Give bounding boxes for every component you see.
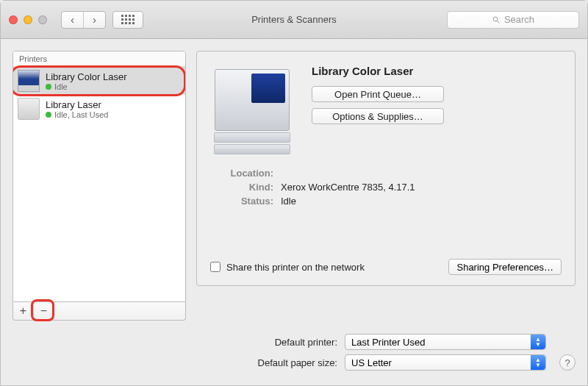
kind-value: Xerox WorkCentre 7835, 4.17.1: [281, 182, 415, 193]
printer-row-text: Library Laser Idle, Last Used: [46, 99, 108, 119]
default-paper-label: Default paper size:: [258, 357, 337, 368]
status-value: Idle: [281, 196, 296, 207]
printer-row[interactable]: Library Laser Idle, Last Used: [13, 95, 185, 123]
printer-thumb-icon: [18, 70, 40, 92]
options-supplies-button[interactable]: Options & Supplies…: [312, 108, 444, 124]
kv-status: Status: Idle: [210, 196, 562, 207]
remove-printer-button[interactable]: −: [34, 302, 54, 320]
status-label: Status:: [210, 196, 273, 207]
content: Printers Library Color Laser Idle: [1, 39, 587, 326]
share-printer-label: Share this printer on the network: [226, 262, 365, 273]
default-printer-row: Default printer: Last Printer Used ▲▼: [12, 334, 576, 350]
nav-forward-button[interactable]: ›: [84, 12, 105, 28]
printer-name: Library Laser: [46, 99, 108, 110]
printer-status-text: Idle, Last Used: [54, 110, 108, 119]
svg-line-1: [497, 21, 499, 23]
zoom-window-button[interactable]: [38, 15, 47, 24]
close-window-button[interactable]: [9, 15, 18, 24]
kv-kind: Kind: Xerox WorkCentre 7835, 4.17.1: [210, 182, 562, 193]
share-printer-checkbox[interactable]: [210, 262, 220, 272]
add-printer-button[interactable]: +: [13, 302, 34, 320]
details-top: Library Color Laser Open Print Queue… Op…: [210, 65, 562, 160]
details-info: Location: Kind: Xerox WorkCentre 7835, 4…: [210, 165, 562, 210]
printer-thumb-icon: [18, 98, 40, 120]
add-remove-bar: + −: [12, 302, 186, 321]
printer-status: Idle: [46, 82, 127, 91]
printer-status-text: Idle: [54, 82, 68, 91]
details-actions: Library Color Laser Open Print Queue… Op…: [312, 65, 562, 160]
status-dot-icon: [46, 84, 51, 90]
svg-point-0: [493, 17, 498, 21]
default-printer-value: Last Printer Used: [351, 337, 425, 348]
location-label: Location:: [210, 168, 273, 179]
printers-list-header: Printers: [13, 51, 185, 67]
printer-name: Library Color Laser: [46, 71, 127, 82]
printer-row[interactable]: Library Color Laser Idle: [13, 67, 185, 95]
grid-icon: [121, 15, 135, 24]
minimize-window-button[interactable]: [24, 15, 32, 24]
sharing-preferences-button[interactable]: Sharing Preferences…: [448, 259, 562, 275]
window-controls: [9, 15, 47, 24]
defaults-section: Default printer: Last Printer Used ▲▼ De…: [1, 326, 587, 385]
search-input[interactable]: Search: [447, 11, 579, 29]
printer-image: [210, 65, 297, 160]
printer-row-text: Library Color Laser Idle: [46, 71, 127, 91]
details-pane: Library Color Laser Open Print Queue… Op…: [196, 51, 576, 286]
share-row: Share this printer on the network Sharin…: [210, 259, 562, 275]
kind-label: Kind:: [210, 182, 273, 193]
nav-back-forward: ‹ ›: [61, 11, 106, 29]
titlebar: ‹ › Printers & Scanners Search: [1, 1, 587, 39]
nav-back-button[interactable]: ‹: [62, 12, 84, 28]
printers-list: Printers Library Color Laser Idle: [12, 51, 186, 302]
open-print-queue-button[interactable]: Open Print Queue…: [312, 86, 444, 102]
window: ‹ › Printers & Scanners Search Printers: [0, 0, 588, 386]
search-icon: [492, 15, 501, 24]
default-printer-select[interactable]: Last Printer Used ▲▼: [345, 334, 546, 350]
kv-location: Location:: [210, 168, 562, 179]
default-paper-value: US Letter: [351, 357, 392, 368]
default-printer-label: Default printer:: [275, 337, 337, 348]
select-arrows-icon: ▲▼: [531, 335, 545, 349]
default-paper-row: Default paper size: US Letter ▲▼ ?: [12, 354, 576, 371]
search-placeholder: Search: [504, 14, 534, 25]
help-button[interactable]: ?: [559, 354, 576, 371]
select-arrows-icon: ▲▼: [531, 355, 545, 370]
show-all-button[interactable]: [112, 11, 143, 29]
default-paper-select[interactable]: US Letter ▲▼: [345, 354, 546, 371]
printer-status: Idle, Last Used: [46, 110, 108, 119]
sidebar: Printers Library Color Laser Idle: [12, 51, 186, 321]
details-title: Library Color Laser: [312, 65, 562, 77]
status-dot-icon: [46, 112, 51, 118]
